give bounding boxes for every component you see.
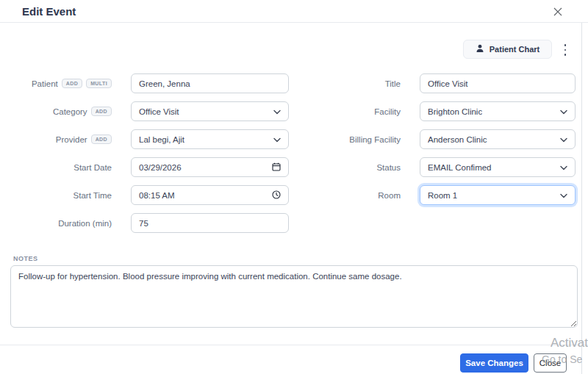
- start-date-label: Start Date: [74, 163, 112, 172]
- facility-label: Facility: [374, 107, 401, 116]
- field-start-date: Start Date 03/29/2026: [1, 157, 289, 177]
- dialog-title: Edit Event: [22, 5, 76, 18]
- field-status: Status EMAIL Confimed: [316, 157, 576, 177]
- form-left-column: Patient ADD MULTI Green, Jenna Category …: [1, 73, 289, 241]
- field-category: Category ADD Office Visit: [1, 101, 289, 121]
- add-badge[interactable]: ADD: [91, 134, 112, 144]
- windows-activation-watermark-line1: Activat: [551, 336, 588, 350]
- start-time-label: Start Time: [74, 191, 112, 200]
- field-billing-facility: Billing Facility Anderson Clinic: [316, 129, 576, 149]
- field-facility: Facility Brighton Clinic: [316, 101, 576, 121]
- form-right-column: Title Office Visit Facility Brighton Cli…: [316, 73, 576, 213]
- save-changes-button[interactable]: Save Changes: [460, 353, 528, 373]
- start-date-input[interactable]: 03/29/2026: [131, 157, 289, 177]
- dialog-right-border: [581, 23, 582, 374]
- title-input[interactable]: Office Visit: [420, 73, 576, 93]
- category-select[interactable]: Office Visit: [131, 101, 289, 121]
- title-label: Title: [385, 79, 401, 88]
- close-button[interactable]: Close: [534, 353, 567, 373]
- provider-select[interactable]: Lal begi, Ajit: [131, 129, 289, 149]
- facility-select[interactable]: Brighton Clinic: [420, 101, 576, 121]
- chevron-down-icon: [560, 135, 567, 144]
- room-select[interactable]: Room 1: [420, 185, 576, 205]
- notes-textarea[interactable]: [10, 265, 578, 328]
- chevron-down-icon: [273, 135, 281, 144]
- multi-badge[interactable]: MULTI: [86, 79, 112, 88]
- chevron-down-icon: [560, 191, 567, 200]
- close-icon[interactable]: [552, 6, 564, 18]
- patient-chart-label: Patient Chart: [490, 45, 539, 54]
- room-label: Room: [378, 191, 401, 200]
- billing-facility-label: Billing Facility: [349, 135, 401, 144]
- provider-label: Provider: [56, 135, 87, 144]
- start-time-input[interactable]: 08:15 AM: [131, 185, 289, 205]
- add-badge[interactable]: ADD: [62, 79, 82, 88]
- chevron-down-icon: [560, 107, 567, 116]
- duration-label: Duration (min): [58, 219, 112, 228]
- add-badge[interactable]: ADD: [91, 107, 112, 116]
- dialog-header: Edit Event: [0, 0, 588, 23]
- field-duration: Duration (min) 75: [1, 213, 289, 233]
- footer-buttons: Save Changes Close: [460, 353, 567, 373]
- field-patient: Patient ADD MULTI Green, Jenna: [1, 73, 289, 93]
- calendar-icon[interactable]: [272, 162, 281, 173]
- field-provider: Provider ADD Lal begi, Ajit: [1, 129, 289, 149]
- clock-icon[interactable]: [272, 190, 281, 201]
- chevron-down-icon: [560, 163, 567, 172]
- chevron-down-icon: [273, 107, 281, 116]
- category-label: Category: [53, 107, 87, 116]
- duration-input[interactable]: 75: [131, 213, 289, 233]
- footer-divider: [0, 345, 588, 345]
- status-select[interactable]: EMAIL Confimed: [420, 157, 576, 177]
- patient-label: Patient: [32, 79, 58, 88]
- notes-label: NOTES: [13, 255, 38, 262]
- field-start-time: Start Time 08:15 AM: [1, 185, 289, 205]
- field-room: Room Room 1: [316, 185, 576, 205]
- patient-input[interactable]: Green, Jenna: [131, 73, 289, 93]
- more-options-icon[interactable]: [562, 44, 569, 56]
- status-label: Status: [376, 163, 401, 172]
- patient-chart-button[interactable]: Patient Chart: [463, 40, 552, 59]
- person-icon: [476, 44, 484, 54]
- field-title: Title Office Visit: [316, 73, 576, 93]
- billing-facility-select[interactable]: Anderson Clinic: [420, 129, 576, 149]
